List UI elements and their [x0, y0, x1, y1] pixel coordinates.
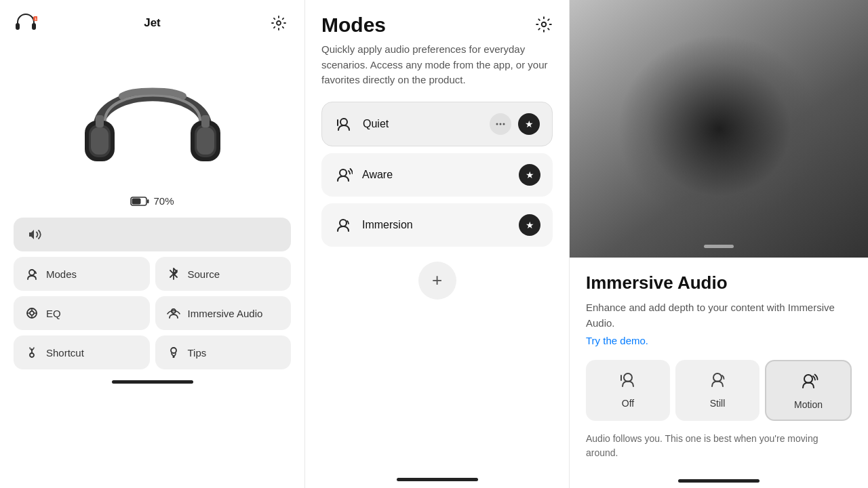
immersion-mode-label: Immersion [362, 219, 519, 231]
svg-point-4 [277, 21, 281, 25]
immersion-mode-actions: ★ [519, 214, 540, 236]
hero-image [570, 0, 868, 258]
left-panel: 1 Jet [0, 0, 305, 488]
right-panel: Immersive Audio Enhance and add depth to… [570, 0, 868, 488]
device-name: Jet [144, 16, 161, 30]
svg-point-25 [340, 119, 347, 125]
modes-icon [24, 266, 39, 281]
quiet-mode-dots[interactable] [490, 113, 511, 135]
quiet-mode-star[interactable]: ★ [518, 113, 540, 135]
svg-rect-15 [147, 199, 149, 203]
battery-percent: 70% [153, 195, 174, 207]
svg-rect-14 [132, 198, 141, 204]
volume-row [14, 218, 291, 251]
menu-grid: Modes Source EQ [14, 218, 291, 369]
right-content: Immersive Audio Enhance and add depth to… [570, 258, 868, 471]
motion-mode-icon [798, 371, 818, 395]
svg-rect-12 [201, 115, 210, 127]
aware-mode-label: Aware [362, 169, 519, 181]
try-demo-link[interactable]: Try the demo. [586, 335, 852, 346]
svg-point-29 [503, 123, 505, 125]
mode-card-aware[interactable]: Aware ★ [321, 153, 553, 197]
shortcut-icon [24, 345, 39, 360]
svg-point-30 [340, 169, 347, 176]
svg-point-28 [500, 123, 502, 125]
tips-icon [166, 345, 181, 360]
svg-rect-11 [197, 127, 214, 155]
svg-rect-23 [172, 356, 174, 358]
volume-icon [27, 227, 42, 242]
source-button[interactable]: Source [155, 257, 292, 291]
menu-row-2: EQ Immersive Audio [14, 296, 291, 330]
tips-button[interactable]: Tips [155, 336, 292, 369]
left-home-indicator [112, 380, 193, 384]
volume-button[interactable] [14, 218, 291, 251]
off-mode-label: Off [622, 398, 634, 409]
shortcut-button[interactable]: Shortcut [14, 336, 150, 369]
middle-header: Modes [321, 14, 553, 37]
svg-point-31 [340, 220, 347, 226]
hero-blob [617, 34, 821, 224]
eq-label: EQ [46, 308, 61, 319]
middle-home-indicator [397, 478, 478, 481]
svg-point-19 [30, 311, 34, 315]
motion-mode-label: Motion [794, 399, 823, 410]
gear-icon [535, 16, 553, 33]
menu-row-1: Modes Source [14, 257, 291, 291]
aware-mode-icon [334, 165, 353, 184]
mode-card-quiet[interactable]: Quiet ★ [321, 102, 553, 146]
svg-rect-7 [91, 127, 108, 155]
immersive-audio-desc: Enhance and add depth to your content wi… [586, 300, 852, 331]
immersive-audio-title: Immersive Audio [586, 272, 852, 293]
svg-point-27 [496, 123, 498, 125]
svg-point-34 [713, 373, 722, 382]
svg-point-17 [35, 272, 37, 274]
modes-settings-button[interactable] [535, 16, 553, 35]
svg-rect-8 [96, 115, 104, 127]
audio-modes-row: Off Still [586, 360, 852, 421]
mode-card-immersion[interactable]: Immersion ★ [321, 203, 553, 247]
quiet-mode-label: Quiet [363, 118, 490, 130]
svg-point-35 [804, 375, 812, 383]
add-mode-button[interactable]: + [418, 262, 456, 300]
eq-button[interactable]: EQ [14, 296, 150, 330]
still-mode-label: Still [710, 398, 726, 409]
motion-mode-button[interactable]: Motion [765, 360, 852, 421]
source-label: Source [188, 268, 220, 280]
aware-mode-star[interactable]: ★ [519, 164, 540, 186]
eq-icon [24, 306, 39, 321]
quiet-mode-actions: ★ [490, 113, 540, 135]
svg-rect-0 [16, 23, 20, 30]
bluetooth-icon [166, 266, 181, 281]
svg-point-21 [30, 353, 34, 357]
battery-row: 70% [130, 195, 174, 207]
svg-point-16 [29, 270, 35, 275]
modes-button[interactable]: Modes [14, 257, 150, 291]
hero-page-indicator [704, 245, 734, 248]
still-mode-button[interactable]: Still [675, 360, 760, 421]
motion-footer-desc: Audio follows you. This one is best when… [586, 432, 852, 460]
headphone-status-icon: 1 [14, 11, 38, 35]
svg-point-24 [542, 22, 547, 26]
left-header: 1 Jet [14, 11, 291, 35]
immersive-audio-label: Immersive Audio [188, 308, 263, 319]
still-mode-icon [707, 369, 728, 394]
quiet-mode-icon [334, 115, 353, 134]
off-mode-icon [618, 369, 638, 394]
aware-mode-actions: ★ [519, 164, 540, 186]
right-home-indicator [678, 479, 760, 483]
shortcut-label: Shortcut [46, 347, 84, 359]
tips-label: Tips [188, 347, 207, 359]
modes-label: Modes [46, 268, 77, 280]
modes-description: Quickly apply audio preferences for ever… [321, 42, 553, 88]
battery-icon [130, 196, 149, 207]
immersion-mode-icon [334, 216, 353, 235]
immersion-mode-star[interactable]: ★ [519, 214, 540, 236]
svg-rect-1 [32, 23, 36, 30]
immersive-icon [166, 306, 181, 321]
immersive-audio-button[interactable]: Immersive Audio [155, 296, 292, 330]
svg-point-32 [624, 373, 632, 382]
menu-row-3: Shortcut Tips [14, 336, 291, 369]
off-mode-button[interactable]: Off [586, 360, 670, 421]
settings-icon[interactable] [267, 11, 291, 35]
